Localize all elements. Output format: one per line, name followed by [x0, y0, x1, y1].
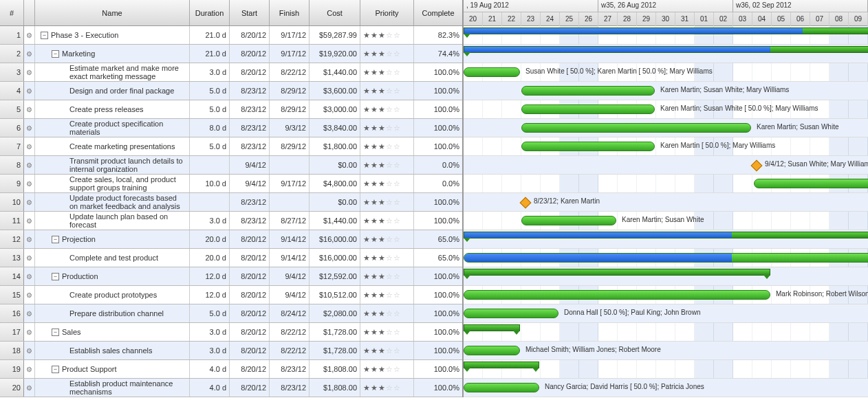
gantt-milestone[interactable]	[520, 197, 532, 209]
gantt-summary-bar[interactable]	[464, 27, 868, 34]
cell-finish[interactable]: 9/14/12	[270, 230, 310, 248]
row-menu-icon[interactable]: ⚙	[24, 193, 35, 211]
cell-priority[interactable]: ★★★☆☆	[360, 212, 414, 230]
cell-cost[interactable]: $1,800.00	[310, 137, 360, 155]
row-menu-icon[interactable]: ⚙	[24, 323, 35, 341]
cell-duration[interactable]	[190, 156, 230, 174]
gantt-task-bar[interactable]	[464, 383, 539, 392]
cell-priority[interactable]: ★★★☆☆	[360, 100, 414, 118]
cell-start[interactable]: 8/20/12	[230, 342, 270, 359]
cell-complete[interactable]: 100.0%	[414, 137, 462, 155]
cell-duration[interactable]: 3.0 d	[190, 342, 230, 359]
cell-start[interactable]: 8/23/12	[230, 82, 270, 100]
table-row[interactable]: 9⚙Create sales, local, and product suppo…	[0, 175, 462, 193]
cell-cost[interactable]: $10,512.00	[310, 286, 360, 304]
cell-finish[interactable]: 9/14/12	[270, 249, 310, 267]
collapse-toggle[interactable]: −	[52, 50, 59, 58]
cell-complete[interactable]: 100.0%	[414, 63, 462, 81]
cell-cost[interactable]: $3,000.00	[310, 100, 360, 118]
gantt-task-bar[interactable]	[464, 346, 520, 355]
cell-complete[interactable]: 100.0%	[414, 193, 462, 211]
cell-finish[interactable]	[270, 193, 310, 211]
cell-name[interactable]: −Production	[35, 267, 190, 285]
cell-finish[interactable]: 8/29/12	[270, 137, 310, 155]
cell-duration[interactable]: 5.0 d	[190, 137, 230, 155]
gantt-row[interactable]: Michael Smith; William Jones; Robert Moo…	[464, 342, 868, 360]
cell-duration[interactable]: 10.0 d	[190, 175, 230, 192]
row-menu-icon[interactable]: ⚙	[24, 119, 35, 137]
cell-cost[interactable]: $12,592.00	[310, 267, 360, 285]
cell-cost[interactable]: $2,080.00	[310, 304, 360, 322]
cell-cost[interactable]: $59,287.99	[310, 26, 360, 44]
cell-priority[interactable]: ★★★☆☆	[360, 249, 414, 267]
row-menu-icon[interactable]: ⚙	[24, 45, 35, 63]
collapse-toggle[interactable]: −	[52, 366, 59, 373]
gantt-task-bar[interactable]	[464, 309, 558, 318]
cell-cost[interactable]: $1,728.00	[310, 342, 360, 359]
cell-name[interactable]: −Phase 3 - Execution	[35, 26, 190, 44]
cell-cost[interactable]: $3,600.00	[310, 82, 360, 100]
collapse-toggle[interactable]: −	[52, 329, 59, 336]
cell-cost[interactable]: $4,800.00	[310, 175, 360, 192]
cell-finish[interactable]: 9/17/12	[270, 175, 310, 192]
cell-priority[interactable]: ★★★☆☆	[360, 82, 414, 100]
cell-name[interactable]: Create press releases	[35, 100, 190, 118]
cell-duration[interactable]: 4.0 d	[190, 379, 230, 397]
cell-duration[interactable]: 8.0 d	[190, 119, 230, 137]
gantt-task-bar[interactable]	[521, 104, 655, 114]
row-menu-icon[interactable]: ⚙	[24, 342, 35, 359]
cell-complete[interactable]: 100.0%	[414, 119, 462, 137]
cell-finish[interactable]: 9/3/12	[270, 119, 310, 137]
cell-start[interactable]: 9/4/12	[230, 156, 270, 174]
cell-complete[interactable]: 100.0%	[414, 100, 462, 118]
cell-complete[interactable]: 100.0%	[414, 267, 462, 285]
cell-start[interactable]: 8/23/12	[230, 137, 270, 155]
table-row[interactable]: 16⚙Prepare distribution channel5.0 d8/20…	[0, 304, 462, 323]
cell-priority[interactable]: ★★★☆☆	[360, 119, 414, 137]
cell-duration[interactable]: 12.0 d	[190, 286, 230, 304]
row-menu-icon[interactable]: ⚙	[24, 156, 35, 174]
cell-finish[interactable]: 8/23/12	[270, 360, 310, 378]
cell-name[interactable]: −Sales	[35, 323, 190, 341]
cell-name[interactable]: −Product Support	[35, 360, 190, 378]
col-header-name[interactable]: Name	[35, 0, 190, 25]
table-row[interactable]: 3⚙Estimate market and make more exact ma…	[0, 63, 462, 82]
cell-priority[interactable]: ★★★☆☆	[360, 193, 414, 211]
gantt-summary-bar[interactable]	[464, 269, 770, 276]
cell-complete[interactable]: 100.0%	[414, 304, 462, 322]
cell-name[interactable]: Update launch plan based on forecast	[35, 212, 190, 230]
cell-complete[interactable]: 100.0%	[414, 379, 462, 397]
gantt-milestone[interactable]	[751, 160, 763, 172]
cell-name[interactable]: −Projection	[35, 230, 190, 248]
cell-finish[interactable]: 9/4/12	[270, 286, 310, 304]
row-menu-icon[interactable]: ⚙	[24, 212, 35, 230]
cell-priority[interactable]: ★★★☆☆	[360, 360, 414, 378]
cell-complete[interactable]: 0.0%	[414, 156, 462, 174]
gantt-row[interactable]: Susan White [ 50.0 %]; Karen Martin [ 50…	[464, 63, 868, 82]
cell-complete[interactable]: 0.0%	[414, 175, 462, 192]
cell-cost[interactable]: $1,808.00	[310, 379, 360, 397]
cell-name[interactable]: −Marketing	[35, 45, 190, 63]
cell-priority[interactable]: ★★★☆☆	[360, 323, 414, 341]
cell-finish[interactable]: 8/24/12	[270, 304, 310, 322]
table-row[interactable]: 8⚙Transmit product launch details to int…	[0, 156, 462, 175]
collapse-toggle[interactable]: −	[41, 32, 48, 39]
cell-priority[interactable]: ★★★☆☆	[360, 63, 414, 81]
cell-start[interactable]: 8/20/12	[230, 26, 270, 44]
gantt-row[interactable]	[464, 26, 868, 45]
cell-start[interactable]: 8/20/12	[230, 304, 270, 322]
cell-cost[interactable]: $1,808.00	[310, 360, 360, 378]
gantt-task-bar[interactable]	[521, 216, 616, 225]
cell-finish[interactable]: 8/23/12	[270, 379, 310, 397]
cell-complete[interactable]: 82.3%	[414, 26, 462, 44]
gantt-row[interactable]: 9/4/12; Susan White; Mary Williams	[464, 156, 868, 175]
cell-start[interactable]: 8/20/12	[230, 323, 270, 341]
cell-name[interactable]: Complete and test product	[35, 249, 190, 267]
cell-duration[interactable]: 3.0 d	[190, 212, 230, 230]
gantt-row[interactable]	[464, 360, 868, 379]
cell-start[interactable]: 8/23/12	[230, 193, 270, 211]
cell-name[interactable]: Design and order final package	[35, 82, 190, 100]
col-header-number[interactable]: #	[0, 0, 24, 25]
gantt-row[interactable]	[464, 45, 868, 63]
cell-duration[interactable]: 20.0 d	[190, 230, 230, 248]
